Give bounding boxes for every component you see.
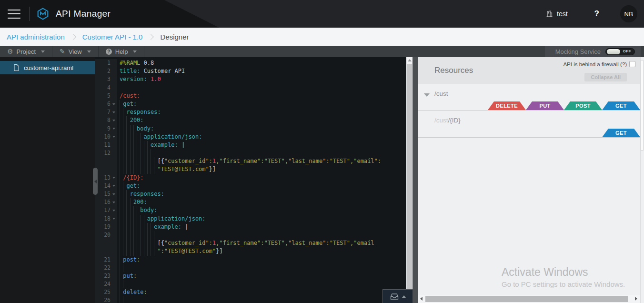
code-line[interactable]: 2title: Customer API — [95, 67, 406, 75]
scroll-left-arrow-icon[interactable] — [420, 297, 423, 301]
breadcrumb-api-administration[interactable]: API administration — [7, 33, 65, 41]
main-area: customer-api.raml 1#%RAML 0.82title: Cus… — [0, 57, 644, 303]
code-content: get: — [117, 100, 137, 108]
method-tab-delete[interactable]: DELETE — [488, 101, 526, 110]
resource-row-cust[interactable]: /custDELETEPUTPOSTGET — [418, 84, 640, 111]
fold-arrow-icon[interactable] — [112, 136, 115, 138]
menu-project-label: Project — [17, 48, 36, 55]
token-num: 1 — [212, 239, 216, 247]
code-line[interactable]: 11example: | — [95, 141, 406, 149]
page-vertical-scrollbar[interactable] — [640, 57, 644, 303]
indent-guides — [120, 108, 126, 116]
code-line[interactable]: 17body: — [95, 206, 406, 214]
shelf-toggle-button[interactable] — [382, 289, 413, 303]
fold-arrow-icon[interactable] — [112, 218, 115, 220]
method-tab-get[interactable]: GET — [602, 101, 640, 110]
sidebar-collapse-handle[interactable] — [93, 168, 98, 195]
fold-arrow-icon[interactable] — [112, 202, 115, 203]
code-content: responses: — [117, 190, 164, 198]
code-line[interactable]: 12 — [95, 149, 406, 157]
user-avatar[interactable]: NB — [620, 5, 637, 22]
code-line[interactable]: "TEST@TEST.com"}] — [95, 165, 406, 173]
line-number: 23 — [95, 272, 111, 280]
editor-panel-divider[interactable] — [413, 57, 418, 303]
code-line[interactable]: 10application/json: — [95, 133, 406, 141]
fold-arrow-icon[interactable] — [112, 185, 115, 187]
code-line[interactable]: [{"customer_id":1,"first_name":"TEST","l… — [95, 157, 406, 165]
firewall-checkbox[interactable] — [629, 61, 635, 67]
code-line[interactable]: 6get: — [95, 100, 406, 108]
code-line[interactable]: 3version: 1.0 — [95, 75, 406, 83]
scroll-up-arrow-icon[interactable] — [408, 59, 412, 61]
resource-row-id[interactable]: /cust/{ID}GET — [418, 111, 640, 138]
resource-path-prefix: /cust — [434, 117, 448, 124]
method-tab-get[interactable]: GET — [602, 129, 640, 137]
fold-arrow-icon[interactable] — [112, 120, 115, 121]
code-content — [117, 84, 120, 92]
indent-guides — [120, 190, 130, 198]
code-line[interactable]: 8200: — [95, 116, 406, 124]
code-line[interactable]: 24 — [95, 280, 406, 288]
code-line[interactable]: 22 — [95, 264, 406, 272]
hamburger-menu-icon[interactable] — [8, 10, 20, 19]
gutter: 8 — [95, 116, 117, 124]
help-button[interactable]: ? — [594, 9, 599, 19]
token-key: example: — [154, 223, 181, 231]
organization-menu[interactable]: test — [546, 10, 568, 18]
code-line[interactable]: [{"customer_id":1,"first_name":"TEST","l… — [95, 239, 406, 247]
code-line[interactable]: 4 — [95, 84, 406, 92]
code-line[interactable]: 13/{ID}: — [95, 174, 406, 182]
code-line[interactable]: 5/cust: — [95, 92, 406, 100]
token-key: get: — [126, 182, 140, 190]
code-line[interactable]: 20 — [95, 231, 406, 239]
mulesoft-logo-icon[interactable] — [37, 8, 49, 20]
fold-arrow-icon[interactable] — [112, 103, 115, 105]
breadcrumb-customer-api[interactable]: Customer API - 1.0 — [82, 33, 143, 41]
code-line[interactable]: 25delete: — [95, 288, 406, 296]
page-scrollbar-thumb[interactable] — [641, 60, 644, 151]
token-str: ":"TEST@TEST.com" — [157, 247, 216, 255]
resource-path: /cust — [434, 90, 448, 97]
line-number: 5 — [95, 92, 111, 100]
horizontal-scrollbar-thumb[interactable] — [425, 296, 628, 302]
raml-code-editor[interactable]: 1#%RAML 0.82title: Customer API3version:… — [95, 57, 406, 303]
collapse-all-button[interactable]: Collapse All — [584, 73, 627, 81]
code-line[interactable]: 9body: — [95, 125, 406, 133]
fold-arrow-icon[interactable] — [112, 210, 115, 212]
code-line[interactable]: ":"TEST@TEST.com"}] — [95, 247, 406, 255]
resources-panel: Resources API is behind a firewall (?) C… — [418, 57, 640, 303]
scroll-right-arrow-icon[interactable] — [635, 297, 637, 301]
token-path: /cust: — [120, 92, 140, 100]
menu-project[interactable]: ⚙ Project — [0, 46, 52, 57]
method-tab-put[interactable]: PUT — [526, 101, 564, 110]
method-tab-post[interactable]: POST — [564, 101, 602, 110]
fold-arrow-icon[interactable] — [112, 177, 115, 179]
code-line[interactable]: 26 — [95, 296, 406, 303]
fold-arrow-icon[interactable] — [112, 111, 115, 113]
code-line[interactable]: 18application/json: — [95, 215, 406, 223]
editor-scrollbar-thumb[interactable] — [407, 64, 412, 303]
code-line[interactable]: 16200: — [95, 198, 406, 206]
token-mth: post — [123, 256, 137, 264]
code-line[interactable]: 19example: | — [95, 223, 406, 231]
panel-horizontal-scrollbar[interactable] — [418, 295, 640, 303]
code-line[interactable]: 14get: — [95, 182, 406, 190]
indent-guides — [120, 256, 123, 264]
editor-vertical-scrollbar[interactable] — [406, 57, 413, 303]
gutter: 24 — [95, 280, 117, 288]
code-line[interactable]: 1#%RAML 0.8 — [95, 59, 406, 67]
token-key: 200: — [130, 116, 144, 124]
editor-wrap: 1#%RAML 0.82title: Customer API3version:… — [95, 57, 413, 303]
code-content: delete: — [117, 288, 147, 296]
code-line[interactable]: 15responses: — [95, 190, 406, 198]
menu-view[interactable]: ✎ View — [52, 46, 99, 57]
code-line[interactable]: 23put: — [95, 272, 406, 280]
collapse-caret-icon[interactable] — [424, 93, 430, 97]
fold-arrow-icon[interactable] — [112, 128, 115, 130]
code-line[interactable]: 7responses: — [95, 108, 406, 116]
menu-help[interactable]: ? Help — [99, 46, 145, 57]
mocking-service-toggle[interactable]: OFF — [605, 48, 635, 55]
code-line[interactable]: 21post: — [95, 256, 406, 264]
file-item-customer-api-raml[interactable]: customer-api.raml — [0, 61, 95, 74]
fold-arrow-icon[interactable] — [112, 193, 115, 195]
